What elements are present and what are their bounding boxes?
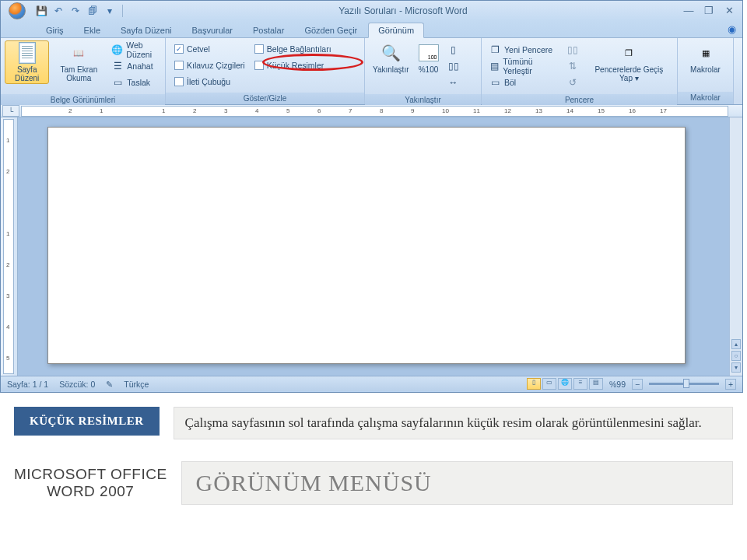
quick-print-icon[interactable]: 🗐 [86,5,99,17]
view-outline-button[interactable]: ≡ [573,378,587,390]
outline-icon: ☰ [111,60,124,72]
switch-windows-icon: ❐ [618,42,640,64]
browse-object-button[interactable]: ○ [731,351,741,361]
view-web-button[interactable]: 🌐 [558,378,572,390]
sync-scroll-icon: ⇅ [566,60,579,72]
office-orb-icon [9,2,26,19]
status-page[interactable]: Sayfa: 1 / 1 [7,380,48,389]
group-zoom: 🔍 Yakınlaştır 100 %100 ▯ ▯▯ ↔ Yakınlaştı… [365,38,482,104]
two-pages-button[interactable]: ▯▯ [444,58,463,74]
arrange-all-button[interactable]: ▤Tümünü Yerleştir [486,58,560,74]
office-button[interactable] [4,1,30,21]
document-page[interactable] [47,127,686,364]
print-layout-icon [16,42,38,64]
ribbon-tabs: Giriş Ekle Sayfa Düzeni Başvurular Posta… [1,21,742,38]
checkbox-icon [174,61,184,70]
print-layout-button[interactable]: Sayfa Düzeni [5,40,49,84]
status-language[interactable]: Türkçe [124,380,149,389]
gridlines-checkbox[interactable]: Kılavuz Çizgileri [171,58,248,73]
ruler-v-strip[interactable]: 1 2 1 2 3 4 5 [3,119,14,374]
slide-annotation: KÜÇÜK RESİMLER Çalışma sayfasının sol ta… [0,393,747,519]
help-icon[interactable]: ◉ [728,23,736,37]
qat-more-icon[interactable]: ▾ [103,5,116,17]
zoom-button[interactable]: 🔍 Yakınlaştır [369,40,413,75]
status-proofing[interactable]: ✎ [106,380,113,389]
undo-icon[interactable]: ↶ [52,5,65,17]
window-controls: — ❐ ✕ [682,5,736,17]
magnifier-icon: 🔍 [380,42,402,64]
checkbox-checked-icon: ✓ [174,44,184,54]
ruler-checkbox[interactable]: ✓Cetvel [171,41,248,57]
document-scroll[interactable] [18,117,729,376]
redo-icon[interactable]: ↷ [69,5,82,17]
slide-title: GÖRÜNÜM MENÜSÜ [181,461,733,505]
view-full-screen-button[interactable]: ▭ [542,378,556,390]
view-print-layout-button[interactable]: ▯ [527,378,541,390]
tab-references[interactable]: Başvurular [182,23,242,37]
macros-button[interactable]: ▦ Makrolar [686,40,724,75]
view-side-by-side-button[interactable]: ▯▯ [563,42,582,58]
ruler-corner[interactable]: └ [2,105,19,117]
group-label-show-hide: Göster/Gizle [166,93,364,104]
proofing-icon: ✎ [106,380,113,389]
zoom-slider-thumb[interactable] [683,379,689,388]
checkbox-icon [174,77,184,86]
draft-icon: ▭ [111,76,124,89]
reset-window-icon: ↺ [566,76,579,89]
full-screen-reading-icon: 📖 [68,42,89,64]
status-word-count[interactable]: Sözcük: 0 [59,380,95,389]
zoom-in-button[interactable]: + [725,379,736,390]
vertical-scrollbar[interactable]: ▴ ○ ▾ [729,117,742,376]
tab-review[interactable]: Gözden Geçir [295,23,366,37]
web-layout-icon: 🌐 [111,44,123,56]
zoom-percentage[interactable]: %99 [609,380,626,389]
message-bar-checkbox[interactable]: İleti Çubuğu [171,74,248,89]
full-screen-reading-button[interactable]: 📖 Tam Ekran Okuma [49,40,108,84]
one-page-icon: ▯ [447,44,460,56]
thumbnails-checkbox[interactable]: Küçük Resimler [251,58,335,73]
outline-button[interactable]: ☰Anahat [108,58,161,74]
status-bar: Sayfa: 1 / 1 Sözcük: 0 ✎ Türkçe ▯ ▭ 🌐 ≡ … [1,376,742,391]
tab-mailings[interactable]: Postalar [244,23,293,37]
save-icon[interactable]: 💾 [35,5,47,17]
restore-button[interactable]: ❐ [702,5,716,17]
sync-scrolling-button[interactable]: ⇅ [563,58,582,74]
tab-view[interactable]: Görünüm [368,23,424,38]
zoom-out-button[interactable]: − [632,379,643,390]
minimize-button[interactable]: — [682,5,696,17]
close-button[interactable]: ✕ [722,5,736,17]
tab-insert[interactable]: Ekle [75,23,110,37]
group-label-document-views: Belge Görünümleri [1,94,165,106]
one-page-button[interactable]: ▯ [444,42,463,58]
view-draft-button[interactable]: ▤ [589,378,603,390]
ribbon: Sayfa Düzeni 📖 Tam Ekran Okuma 🌐Web Düze… [1,38,742,105]
web-layout-button[interactable]: 🌐Web Düzeni [108,42,161,58]
ruler-horizontal[interactable]: └ 2 1 1 2 3 4 5 6 7 8 9 10 11 12 13 14 1… [1,105,742,117]
zoom-slider[interactable] [649,383,719,385]
reset-window-button[interactable]: ↺ [563,75,582,90]
group-label-window: Pencere [482,94,677,106]
group-label-zoom: Yakınlaştır [365,94,481,106]
group-window: ❐Yeni Pencere ▤Tümünü Yerleştir ▭Böl ▯▯ … [482,38,678,104]
zoom-100-button[interactable]: 100 %100 [413,40,444,75]
feature-description: Çalışma sayfasının sol tarafında çalışma… [174,407,733,439]
new-window-button[interactable]: ❐Yeni Pencere [486,42,560,58]
document-map-checkbox[interactable]: Belge Bağlantıları [251,41,335,57]
page-width-button[interactable]: ↔ [444,75,463,90]
split-icon: ▭ [489,76,501,89]
checkbox-icon [254,61,264,70]
split-button[interactable]: ▭Böl [486,75,560,90]
brand-label: MICROSOFT OFFICE WORD 2007 [14,466,167,500]
next-page-button[interactable]: ▾ [731,362,741,373]
draft-button[interactable]: ▭Taslak [108,75,161,90]
prev-page-button[interactable]: ▴ [731,339,741,349]
word-window: 💾 ↶ ↷ 🗐 ▾ Yazılı Soruları - Microsoft Wo… [0,0,743,393]
tab-home[interactable]: Giriş [37,23,73,37]
ruler-vertical[interactable]: 1 2 1 2 3 4 5 [1,117,18,376]
annotation-row-2: MICROSOFT OFFICE WORD 2007 GÖRÜNÜM MENÜS… [14,461,733,505]
checkbox-icon [254,44,264,54]
tab-page-layout[interactable]: Sayfa Düzeni [111,23,181,37]
window-title: Yazılı Soruları - Microsoft Word [124,5,682,16]
switch-windows-button[interactable]: ❐ Pencerelerde Geçiş Yap ▾ [585,40,673,84]
ruler-h-strip[interactable]: 2 1 1 2 3 4 5 6 7 8 9 10 11 12 13 14 15 … [21,106,728,117]
